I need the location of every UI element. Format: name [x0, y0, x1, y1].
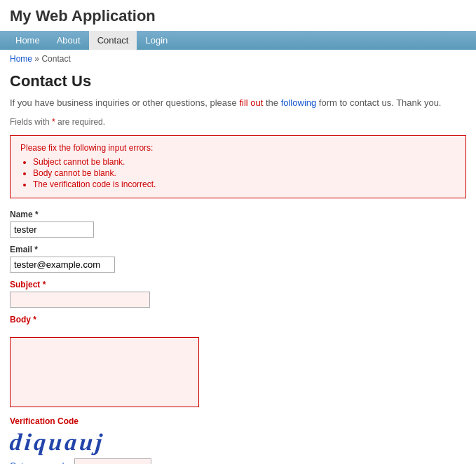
captcha-row: Get a new code [10, 458, 466, 465]
breadcrumb-separator: » [34, 54, 39, 64]
nav-home[interactable]: Home [7, 31, 48, 50]
error-item: The verification code is incorrect. [33, 179, 456, 189]
nav-contact[interactable]: Contact [89, 31, 137, 50]
app-title: My Web Application [10, 7, 466, 25]
main-nav: Home About Contact Login [0, 31, 476, 50]
subject-label: Subject * [10, 280, 466, 289]
body-field-group: Body * [10, 315, 466, 409]
captcha-input[interactable] [74, 458, 151, 465]
nav-login[interactable]: Login [137, 31, 176, 50]
name-field-group: Name * [10, 210, 466, 238]
email-field-group: Email * [10, 245, 466, 273]
breadcrumb-home-link[interactable]: Home [10, 54, 32, 64]
body-input[interactable] [10, 337, 199, 407]
main-content: Contact Us If you have business inquirie… [0, 68, 476, 464]
subject-input[interactable] [10, 292, 150, 308]
error-box: Please fix the following input errors: S… [10, 135, 466, 198]
error-item: Body cannot be blank. [33, 168, 456, 178]
error-item: Subject cannot be blank. [33, 157, 456, 167]
error-list: Subject cannot be blank. Body cannot be … [20, 157, 456, 189]
get-new-code-link[interactable]: Get a new code [10, 461, 69, 464]
name-input[interactable] [10, 221, 94, 238]
body-label: Body * [10, 315, 466, 325]
email-input[interactable] [10, 257, 115, 273]
intro-text: If you have business inquiries or other … [10, 96, 466, 110]
subject-field-group: Subject * [10, 280, 466, 308]
contact-form: Name * Email * Subject * Body * Verifica… [10, 210, 466, 465]
nav-about[interactable]: About [48, 31, 89, 50]
page-heading: Contact Us [10, 72, 466, 90]
verification-field-group: Verification Code diquauj Get a new code… [10, 416, 466, 465]
breadcrumb: Home » Contact [0, 50, 476, 68]
verification-label: Verification Code [10, 416, 466, 426]
breadcrumb-current: Contact [41, 54, 70, 64]
captcha-image: diquauj [8, 429, 106, 456]
error-title: Please fix the following input errors: [20, 143, 456, 153]
required-note: Fields with * are required. [10, 117, 466, 127]
name-label: Name * [10, 210, 466, 219]
email-label: Email * [10, 245, 466, 254]
